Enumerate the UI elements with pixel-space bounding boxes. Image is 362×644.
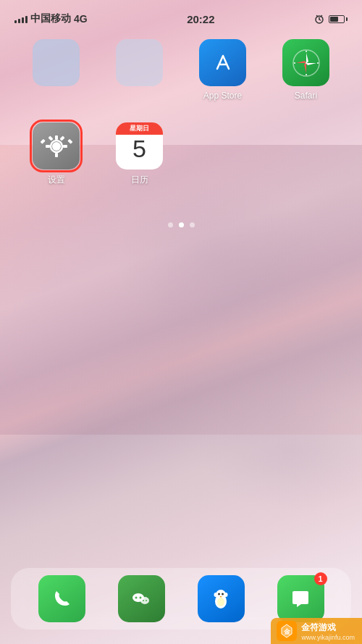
signal-bar-1 (14, 20, 17, 23)
settings-icon-bg (33, 122, 80, 170)
svg-line-2 (319, 20, 321, 20)
dock-phone[interactable] (38, 575, 85, 622)
signal-bar-3 (22, 17, 24, 23)
battery-body (329, 15, 345, 23)
phone-icon (38, 575, 85, 622)
folder1-icon (33, 39, 80, 86)
app-appstore[interactable]: App Store (194, 39, 252, 101)
calendar-icon-bg: 星期日 5 (116, 122, 163, 170)
signal-bar-2 (18, 19, 20, 23)
folder2-icon (116, 39, 163, 86)
carrier-label: 中国移动 (30, 12, 71, 25)
network-label: 4G (74, 13, 88, 25)
safari-icon-bg (282, 39, 329, 86)
settings-label: 设置 (48, 174, 65, 186)
svg-text:金: 金 (283, 628, 291, 635)
page-dot-2[interactable] (179, 222, 184, 227)
svg-marker-8 (304, 63, 306, 73)
app-settings[interactable]: 设置 (28, 122, 85, 186)
watermark-logo: 金 (277, 621, 297, 641)
page-dots (0, 222, 362, 227)
svg-point-26 (135, 596, 138, 598)
calendar-date-num: 5 (132, 136, 146, 161)
app-safari[interactable]: Safari (277, 39, 335, 101)
watermark: 金 金符游戏 www.yikajinfu.com (271, 618, 362, 644)
wechat-svg-icon (127, 585, 155, 613)
qq-svg-icon (207, 585, 235, 613)
svg-point-34 (222, 593, 224, 595)
svg-line-4 (321, 16, 322, 17)
apps-area: App Store Safari (0, 32, 362, 215)
appstore-a-icon (207, 47, 239, 79)
svg-marker-7 (306, 53, 308, 63)
page-dot-3[interactable] (190, 222, 195, 227)
messages-badge: 1 (314, 572, 327, 585)
qq-icon (198, 575, 245, 622)
svg-point-27 (140, 596, 142, 598)
svg-line-3 (317, 16, 319, 17)
calendar-label: 日历 (131, 174, 148, 186)
status-right (314, 14, 348, 24)
wechat-icon (118, 575, 165, 622)
appstore-icon (199, 39, 246, 86)
signal-bar-4 (25, 16, 28, 23)
svg-point-35 (217, 598, 224, 606)
svg-marker-10 (306, 63, 316, 65)
dock-qq[interactable] (198, 575, 245, 622)
app-calendar[interactable]: 星期日 5 日历 (111, 122, 169, 186)
status-bar: 中国移动 4G 20:22 (0, 0, 362, 32)
svg-point-30 (146, 600, 147, 601)
signal-icon (14, 14, 28, 23)
battery-tip (346, 17, 348, 21)
apps-row-2: 设置 星期日 5 日历 (14, 122, 348, 186)
dock-wechat[interactable] (118, 575, 165, 622)
watermark-text-block: 金符游戏 www.yikajinfu.com (301, 622, 355, 641)
svg-point-33 (218, 593, 220, 595)
calendar-day-label: 星期日 (116, 122, 163, 135)
watermark-logo-icon: 金 (279, 623, 295, 639)
page-dot-1[interactable] (168, 222, 173, 227)
app-folder1[interactable] (28, 39, 85, 101)
alarm-icon (314, 14, 324, 24)
apps-row-1: App Store Safari (14, 39, 348, 101)
svg-point-36 (214, 593, 218, 597)
messages-svg-icon (287, 585, 314, 613)
dock-messages[interactable]: 1 (277, 575, 324, 622)
watermark-brand: 金符游戏 (301, 622, 355, 634)
empty-slot-1 (194, 122, 252, 186)
svg-point-37 (224, 593, 228, 597)
svg-point-29 (143, 600, 144, 601)
safari-compass-icon (290, 47, 322, 79)
battery-icon (329, 15, 348, 23)
svg-point-28 (140, 597, 149, 604)
svg-marker-9 (296, 61, 306, 63)
appstore-label: App Store (203, 91, 242, 101)
selected-border (30, 120, 83, 172)
watermark-url: www.yikajinfu.com (301, 634, 355, 641)
time-display: 20:22 (187, 13, 214, 25)
battery-fill (330, 17, 338, 22)
app-folder2[interactable] (111, 39, 169, 101)
safari-label: Safari (295, 91, 317, 101)
status-left: 中国移动 4G (14, 12, 88, 25)
phone-svg-icon (48, 585, 75, 613)
empty-slot-2 (277, 122, 335, 186)
